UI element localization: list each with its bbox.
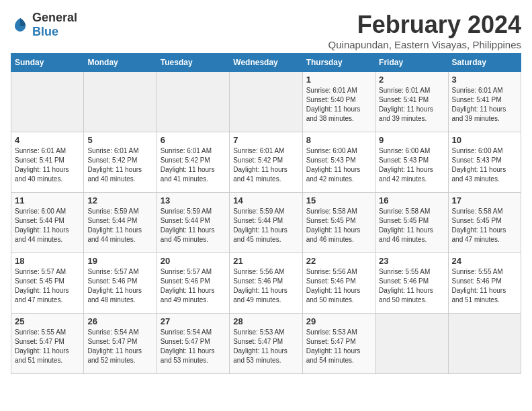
calendar-cell: 18Sunrise: 5:57 AM Sunset: 5:45 PM Dayli…	[11, 253, 84, 314]
day-number: 13	[161, 195, 226, 205]
calendar-cell: 1Sunrise: 6:01 AM Sunset: 5:40 PM Daylig…	[302, 72, 375, 132]
day-info: Sunrise: 5:57 AM Sunset: 5:46 PM Dayligh…	[161, 267, 226, 305]
day-info: Sunrise: 5:59 AM Sunset: 5:44 PM Dayligh…	[233, 207, 298, 244]
day-number: 24	[452, 256, 517, 266]
header-day-friday: Friday	[375, 54, 448, 72]
day-number: 1	[306, 75, 371, 85]
calendar-cell: 20Sunrise: 5:57 AM Sunset: 5:46 PM Dayli…	[157, 253, 229, 314]
calendar-week-3: 11Sunrise: 6:00 AM Sunset: 5:44 PM Dayli…	[11, 193, 521, 253]
day-number: 22	[306, 256, 371, 266]
day-info: Sunrise: 6:01 AM Sunset: 5:42 PM Dayligh…	[161, 146, 226, 184]
day-number: 21	[233, 256, 298, 266]
day-number: 27	[161, 316, 226, 326]
day-number: 8	[306, 135, 371, 145]
day-info: Sunrise: 6:00 AM Sunset: 5:43 PM Dayligh…	[452, 146, 517, 184]
calendar-week-4: 18Sunrise: 5:57 AM Sunset: 5:45 PM Dayli…	[11, 253, 521, 314]
calendar-cell: 5Sunrise: 6:01 AM Sunset: 5:42 PM Daylig…	[84, 132, 157, 193]
subtitle: Quinapundan, Eastern Visayas, Philippine…	[328, 39, 521, 50]
header: General Blue February 2024 Quinapundan, …	[11, 11, 521, 50]
day-number: 28	[233, 316, 298, 326]
day-info: Sunrise: 5:57 AM Sunset: 5:45 PM Dayligh…	[15, 267, 80, 305]
calendar-body: 1Sunrise: 6:01 AM Sunset: 5:40 PM Daylig…	[11, 72, 521, 374]
calendar-cell: 8Sunrise: 6:00 AM Sunset: 5:43 PM Daylig…	[302, 132, 375, 193]
day-info: Sunrise: 5:59 AM Sunset: 5:44 PM Dayligh…	[87, 207, 152, 244]
day-number: 18	[15, 256, 80, 266]
day-info: Sunrise: 5:53 AM Sunset: 5:47 PM Dayligh…	[233, 328, 298, 365]
calendar-week-5: 25Sunrise: 5:55 AM Sunset: 5:47 PM Dayli…	[11, 314, 521, 374]
logo-blue: Blue	[32, 25, 58, 38]
calendar-cell	[448, 314, 521, 374]
logo-general: General	[32, 11, 77, 24]
calendar-cell: 27Sunrise: 5:54 AM Sunset: 5:47 PM Dayli…	[157, 314, 229, 374]
day-number: 2	[379, 75, 444, 85]
calendar-cell: 2Sunrise: 6:01 AM Sunset: 5:41 PM Daylig…	[375, 72, 448, 132]
calendar-cell: 11Sunrise: 6:00 AM Sunset: 5:44 PM Dayli…	[11, 193, 84, 253]
day-info: Sunrise: 6:01 AM Sunset: 5:40 PM Dayligh…	[306, 86, 371, 124]
day-number: 20	[161, 256, 226, 266]
day-info: Sunrise: 6:01 AM Sunset: 5:41 PM Dayligh…	[379, 86, 444, 124]
day-info: Sunrise: 5:57 AM Sunset: 5:46 PM Dayligh…	[87, 267, 152, 305]
day-number: 14	[233, 195, 298, 205]
day-info: Sunrise: 5:54 AM Sunset: 5:47 PM Dayligh…	[87, 328, 152, 365]
calendar-week-2: 4Sunrise: 6:01 AM Sunset: 5:41 PM Daylig…	[11, 132, 521, 193]
calendar-cell	[375, 314, 448, 374]
day-number: 4	[15, 135, 80, 145]
header-day-thursday: Thursday	[302, 54, 375, 72]
day-number: 16	[379, 195, 444, 205]
day-number: 25	[15, 316, 80, 326]
day-number: 6	[161, 135, 226, 145]
day-info: Sunrise: 5:56 AM Sunset: 5:46 PM Dayligh…	[306, 267, 371, 305]
logo-text: General Blue	[32, 11, 77, 39]
day-number: 9	[379, 135, 444, 145]
calendar-cell: 22Sunrise: 5:56 AM Sunset: 5:46 PM Dayli…	[302, 253, 375, 314]
calendar-cell: 17Sunrise: 5:58 AM Sunset: 5:45 PM Dayli…	[448, 193, 521, 253]
day-info: Sunrise: 6:01 AM Sunset: 5:42 PM Dayligh…	[87, 146, 152, 184]
day-info: Sunrise: 5:56 AM Sunset: 5:46 PM Dayligh…	[233, 267, 298, 305]
header-day-saturday: Saturday	[448, 54, 521, 72]
day-info: Sunrise: 5:55 AM Sunset: 5:46 PM Dayligh…	[452, 267, 517, 305]
day-number: 17	[452, 195, 517, 205]
day-info: Sunrise: 6:01 AM Sunset: 5:41 PM Dayligh…	[15, 146, 80, 184]
day-info: Sunrise: 5:54 AM Sunset: 5:47 PM Dayligh…	[161, 328, 226, 365]
header-day-tuesday: Tuesday	[157, 54, 229, 72]
calendar-cell: 25Sunrise: 5:55 AM Sunset: 5:47 PM Dayli…	[11, 314, 84, 374]
calendar-cell: 14Sunrise: 5:59 AM Sunset: 5:44 PM Dayli…	[230, 193, 302, 253]
calendar-cell: 10Sunrise: 6:00 AM Sunset: 5:43 PM Dayli…	[448, 132, 521, 193]
day-number: 12	[87, 195, 152, 205]
calendar-cell	[157, 72, 229, 132]
day-number: 7	[233, 135, 298, 145]
calendar-cell	[84, 72, 157, 132]
calendar-header-row: SundayMondayTuesdayWednesdayThursdayFrid…	[11, 54, 521, 72]
day-info: Sunrise: 6:01 AM Sunset: 5:42 PM Dayligh…	[233, 146, 298, 184]
day-info: Sunrise: 6:00 AM Sunset: 5:43 PM Dayligh…	[306, 146, 371, 184]
logo: General Blue	[11, 11, 77, 39]
calendar-cell: 28Sunrise: 5:53 AM Sunset: 5:47 PM Dayli…	[230, 314, 302, 374]
day-info: Sunrise: 5:59 AM Sunset: 5:44 PM Dayligh…	[161, 207, 226, 244]
calendar-cell: 21Sunrise: 5:56 AM Sunset: 5:46 PM Dayli…	[230, 253, 302, 314]
day-number: 23	[379, 256, 444, 266]
header-day-wednesday: Wednesday	[230, 54, 302, 72]
calendar-cell	[11, 72, 84, 132]
calendar-cell: 12Sunrise: 5:59 AM Sunset: 5:44 PM Dayli…	[84, 193, 157, 253]
calendar-cell: 7Sunrise: 6:01 AM Sunset: 5:42 PM Daylig…	[230, 132, 302, 193]
day-number: 19	[87, 256, 152, 266]
calendar-cell: 19Sunrise: 5:57 AM Sunset: 5:46 PM Dayli…	[84, 253, 157, 314]
day-info: Sunrise: 6:01 AM Sunset: 5:41 PM Dayligh…	[452, 86, 517, 124]
day-number: 5	[87, 135, 152, 145]
day-info: Sunrise: 5:58 AM Sunset: 5:45 PM Dayligh…	[452, 207, 517, 244]
calendar-cell: 4Sunrise: 6:01 AM Sunset: 5:41 PM Daylig…	[11, 132, 84, 193]
calendar-cell: 6Sunrise: 6:01 AM Sunset: 5:42 PM Daylig…	[157, 132, 229, 193]
calendar-cell: 3Sunrise: 6:01 AM Sunset: 5:41 PM Daylig…	[448, 72, 521, 132]
header-day-sunday: Sunday	[11, 54, 84, 72]
day-number: 10	[452, 135, 517, 145]
day-info: Sunrise: 5:58 AM Sunset: 5:45 PM Dayligh…	[306, 207, 371, 244]
calendar-cell: 24Sunrise: 5:55 AM Sunset: 5:46 PM Dayli…	[448, 253, 521, 314]
calendar-cell: 13Sunrise: 5:59 AM Sunset: 5:44 PM Dayli…	[157, 193, 229, 253]
day-number: 26	[87, 316, 152, 326]
calendar-cell: 16Sunrise: 5:58 AM Sunset: 5:45 PM Dayli…	[375, 193, 448, 253]
day-number: 29	[306, 316, 371, 326]
day-info: Sunrise: 5:58 AM Sunset: 5:45 PM Dayligh…	[379, 207, 444, 244]
day-info: Sunrise: 5:55 AM Sunset: 5:47 PM Dayligh…	[15, 328, 80, 365]
day-number: 11	[15, 195, 80, 205]
calendar-cell: 29Sunrise: 5:53 AM Sunset: 5:47 PM Dayli…	[302, 314, 375, 374]
